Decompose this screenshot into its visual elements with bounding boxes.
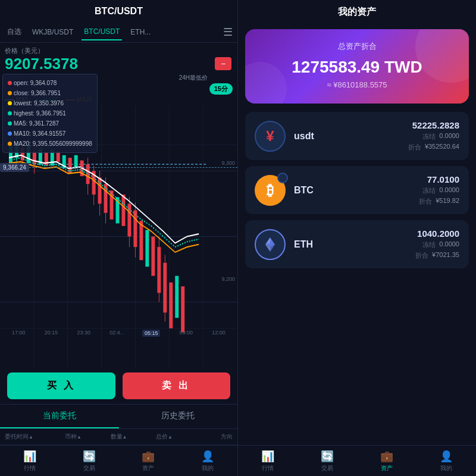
usdt-coin-icon: ¥ [255, 121, 286, 152]
svg-rect-66 [175, 276, 178, 318]
eth-coin-icon [255, 229, 286, 260]
svg-rect-56 [139, 221, 143, 260]
bottom-nav-right: 📊 行情 🔄 交易 💼 资产 👤 我的 [238, 445, 476, 476]
left-panel: BTC/USDT 自选 WKJB/USDT BTC/USDT ETH... ☰ … [0, 0, 238, 476]
time-badge[interactable]: 15分 [209, 83, 233, 95]
sell-button[interactable]: 卖 出 [123, 372, 231, 399]
eth-name: ETH [294, 239, 407, 250]
col-total: 总价▲ [142, 433, 187, 441]
btc-info: BTC [294, 185, 411, 196]
nav-item-assets[interactable]: 💼 资产 [119, 446, 178, 476]
asset-cny-equiv: ≈ ¥8610188.5575 [257, 80, 457, 89]
current-price-line: 9,366.24 [0, 163, 237, 172]
tab-current-orders[interactable]: 当前委托 [0, 405, 119, 428]
svg-rect-57 [145, 230, 149, 267]
bar-chart-icon-right: 📊 [261, 450, 274, 463]
btc-coin-icon: ₿ [255, 175, 286, 206]
tab-btcusdt[interactable]: BTC/USDT [82, 24, 122, 40]
price-level-9200: 9,200 [221, 276, 235, 282]
eth-frozen-val: 0.0000 [439, 240, 459, 249]
nav-trade-label-right: 交易 [321, 464, 333, 472]
usdt-balance: 52225.2828 [408, 120, 459, 130]
usdt-equiv-row: 折合 ¥352520.64 [408, 143, 459, 152]
price-dashed-line [29, 167, 237, 168]
asset-card-usdt: ¥ usdt 52225.2828 冻结 0.0000 折合 ¥352520.6… [245, 112, 469, 160]
col-time: 委托时间▲ [5, 433, 51, 441]
asset-list: ¥ usdt 52225.2828 冻结 0.0000 折合 ¥352520.6… [238, 109, 476, 445]
usdt-equiv-label: 折合 [408, 143, 421, 152]
time-0900: 09:00 [180, 330, 193, 337]
usdt-info: usdt [294, 131, 400, 142]
nav-item-market-right[interactable]: 📊 行情 [238, 446, 298, 476]
svg-rect-67 [181, 286, 184, 332]
price-label: 价格（美元） [5, 46, 44, 55]
current-price-tag: 9,366.24 [0, 163, 29, 172]
col-coin: 币种▲ [51, 433, 96, 441]
svg-rect-49 [121, 195, 125, 226]
swap-icon: 🔄 [83, 450, 96, 463]
nav-item-assets-right[interactable]: 💼 资产 [357, 446, 416, 476]
btc-frozen-row: 冻结 0.0000 [419, 186, 459, 195]
svg-rect-59 [157, 247, 161, 293]
nav-profile-label-right: 我的 [440, 464, 452, 472]
btc-icon-symbol: ₿ [267, 182, 274, 199]
current-price-display: 9207.5378 [5, 55, 78, 73]
usdt-frozen-val: 0.0000 [439, 132, 459, 141]
usdt-equiv-val: ¥352520.64 [425, 143, 459, 152]
eth-equiv-val: ¥7021.35 [432, 251, 459, 260]
time-024: 02:4.. [109, 330, 123, 337]
swap-icon-right: 🔄 [321, 450, 334, 463]
hamburger-menu-icon[interactable]: ☰ [223, 26, 233, 39]
nav-assets-label: 资产 [142, 464, 154, 472]
person-icon-right: 👤 [440, 450, 453, 463]
btc-frozen-label: 冻结 [422, 186, 436, 195]
asset-summary-title: 总资产折合 [257, 41, 457, 52]
bar-chart-icon: 📊 [23, 450, 36, 463]
wallet-icon-right: 💼 [380, 450, 393, 463]
low24-label: 24H最低价 [179, 74, 208, 82]
nav-item-market[interactable]: 📊 行情 [0, 446, 60, 476]
tab-zixuan[interactable]: 自选 [5, 23, 24, 40]
wallet-icon: 💼 [142, 450, 155, 463]
time-axis: 17:00 20:15 23:30 02:4.. 05:15 09:00 12:… [0, 330, 237, 337]
orders-header: 委托时间▲ 币种▲ 数量▲ 总价▲ 方向 [0, 429, 237, 445]
asset-card-btc: ₿ BTC 77.0100 冻结 0.0000 折合 ¥519.82 [245, 166, 469, 214]
btc-name: BTC [294, 185, 411, 196]
usdt-name: usdt [294, 131, 400, 142]
price-down-icon: − [215, 57, 231, 70]
tab-wkjb[interactable]: WKJB/USDT [30, 24, 76, 40]
chart-tooltip: open: 9,364.078 close: 9,366.7951 lowest… [2, 74, 98, 153]
eth-icon-svg [262, 236, 278, 253]
eth-values: 1040.2000 冻结 0.0000 折合 ¥7021.35 [415, 228, 459, 260]
nav-trade-label: 交易 [83, 464, 95, 472]
nav-item-profile[interactable]: 👤 我的 [178, 446, 237, 476]
tab-eth[interactable]: ETH... [128, 24, 153, 40]
left-header: BTC/USDT [0, 0, 237, 21]
svg-rect-58 [151, 237, 155, 276]
btc-equiv-row: 折合 ¥519.82 [419, 197, 459, 206]
nav-item-trade[interactable]: 🔄 交易 [60, 446, 119, 476]
btc-equiv-label: 折合 [419, 197, 432, 206]
orders-section: 当前委托 历史委托 委托时间▲ 币种▲ 数量▲ 总价▲ 方向 [0, 404, 237, 445]
svg-rect-62 [163, 263, 167, 313]
btc-frozen-val: 0.0000 [439, 186, 459, 195]
nav-assets-label-right: 资产 [381, 464, 393, 472]
usdt-frozen-label: 冻结 [422, 132, 436, 141]
price-level-9300: 9,300 [221, 160, 235, 166]
svg-rect-24 [33, 151, 36, 164]
usdt-icon-symbol: ¥ [266, 128, 274, 145]
nav-item-profile-right[interactable]: 👤 我的 [416, 446, 476, 476]
tab-history-orders[interactable]: 历史委托 [119, 405, 238, 428]
svg-rect-65 [169, 283, 173, 328]
eth-equiv-label: 折合 [415, 251, 428, 260]
action-buttons: 买 入 卖 出 [0, 368, 237, 404]
buy-button[interactable]: 买 入 [7, 372, 115, 399]
btc-overlay-circle [277, 173, 288, 183]
nav-item-trade-right[interactable]: 🔄 交易 [298, 446, 357, 476]
right-title: 我的资产 [338, 7, 376, 17]
svg-rect-44 [104, 184, 108, 213]
usdt-values: 52225.2828 冻结 0.0000 折合 ¥352520.64 [408, 120, 459, 152]
nav-profile-label: 我的 [202, 464, 214, 472]
asset-card-eth: ETH 1040.2000 冻结 0.0000 折合 ¥7021.35 [245, 220, 469, 268]
btc-balance: 77.0100 [419, 174, 459, 184]
